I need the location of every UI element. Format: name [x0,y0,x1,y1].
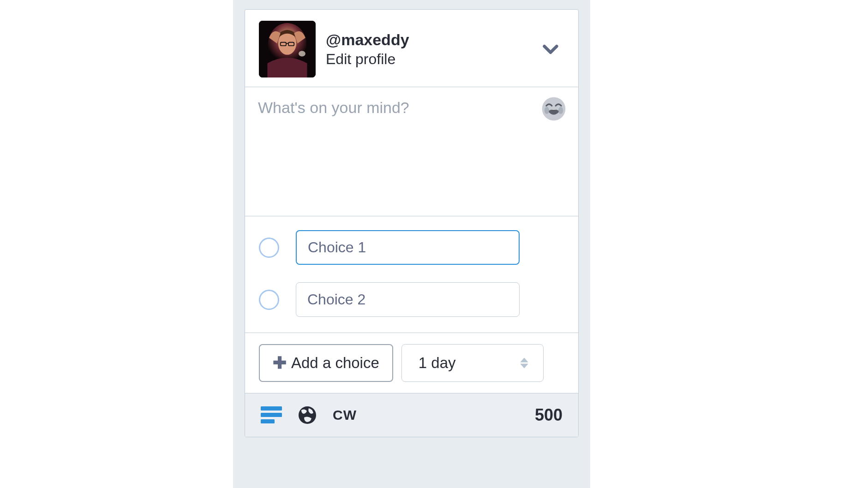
poll-choice-row: Choice 1 [259,230,564,265]
account-menu-toggle[interactable] [541,40,564,59]
character-count: 500 [535,405,563,425]
poll-choice-placeholder: Choice 2 [307,291,365,308]
avatar-image [259,21,316,77]
poll-radio-icon[interactable] [259,290,279,310]
poll-icon [261,406,282,424]
svg-rect-11 [261,413,282,417]
compose-panel: @maxeddy Edit profile What's on your min… [233,0,590,488]
compose-placeholder: What's on your mind? [258,97,528,118]
poll-choice-placeholder: Choice 1 [308,239,366,256]
poll-choice-input-1[interactable]: Choice 1 [296,230,520,265]
svg-rect-12 [261,419,275,423]
poll-radio-icon[interactable] [259,238,279,258]
profile-header: @maxeddy Edit profile [245,10,578,87]
svg-point-8 [545,107,549,114]
compose-card: @maxeddy Edit profile What's on your min… [245,9,579,437]
compose-toolbar: CW 500 [245,393,578,437]
poll-controls: ✚ Add a choice 1 day [245,333,578,393]
globe-icon [298,405,317,425]
chevron-down-icon [541,40,560,59]
content-warning-button[interactable]: CW [333,407,357,423]
compose-textarea[interactable]: What's on your mind? [245,87,578,216]
poll-choice-row: Choice 2 [259,282,564,317]
avatar[interactable] [259,21,316,77]
visibility-button[interactable] [298,405,317,425]
poll-duration-value: 1 day [419,354,456,372]
user-handle: @maxeddy [326,31,531,49]
svg-point-6 [299,51,305,56]
edit-profile-link[interactable]: Edit profile [326,51,531,68]
plus-icon: ✚ [273,355,287,371]
svg-point-9 [558,107,563,114]
svg-rect-10 [261,406,282,411]
poll-choices: Choice 1 Choice 2 [245,216,578,333]
add-choice-label: Add a choice [291,354,379,372]
poll-toggle-button[interactable] [261,406,282,424]
stepper-icon [519,357,529,369]
poll-choice-input-2[interactable]: Choice 2 [296,282,520,317]
emoji-picker-button[interactable] [541,96,566,121]
emoji-laugh-icon [541,96,566,121]
profile-info: @maxeddy Edit profile [326,31,531,68]
add-choice-button[interactable]: ✚ Add a choice [259,344,393,382]
poll-duration-select[interactable]: 1 day [401,344,544,382]
